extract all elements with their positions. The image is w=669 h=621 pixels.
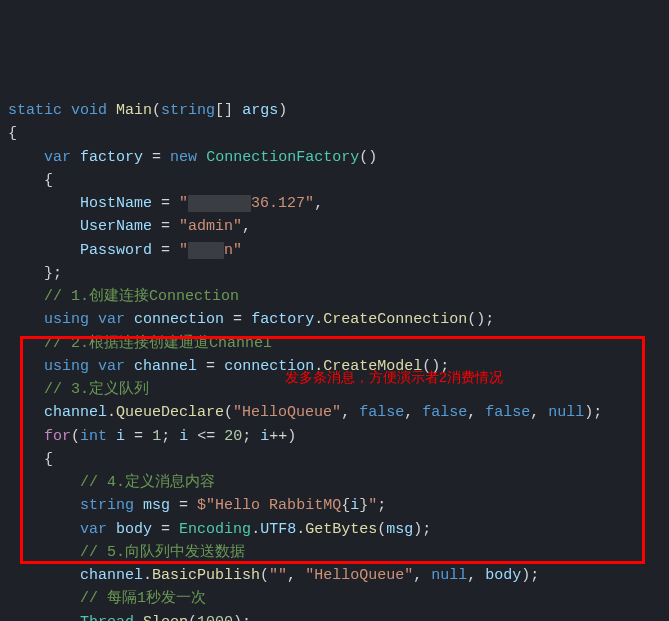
method-getbytes: GetBytes (305, 521, 377, 538)
var-factory: factory (80, 149, 143, 166)
kw-void: void (71, 102, 107, 119)
comment-5: // 5.向队列中发送数据 (80, 544, 245, 561)
kw-static: static (8, 102, 62, 119)
comment-3: // 3.定义队列 (44, 381, 149, 398)
kw-string2: string (80, 497, 134, 514)
str-host-pre: " (179, 195, 188, 212)
kw-for: for (44, 428, 71, 445)
var-channel: channel (134, 358, 197, 375)
var-i: i (116, 428, 125, 445)
prop-hostname: HostName (80, 195, 152, 212)
comment-4: // 4.定义消息内容 (80, 474, 215, 491)
str-pass-post: n" (224, 242, 242, 259)
censored-host: XXXXXXX (188, 195, 251, 212)
var-body: body (116, 521, 152, 538)
var-msg: msg (143, 497, 170, 514)
kw-string: string (161, 102, 215, 119)
prop-utf8: UTF8 (260, 521, 296, 538)
str-pass-pre: " (179, 242, 188, 259)
var-connection: connection (134, 311, 224, 328)
str-helloqueue: "HelloQueue" (233, 404, 341, 421)
param-args: args (242, 102, 278, 119)
str-user: "admin" (179, 218, 242, 235)
annotation-text: 发多条消息，方便演示者2消费情况 (285, 367, 503, 389)
method-queuedeclare: QueueDeclare (116, 404, 224, 421)
kw-var: var (44, 149, 71, 166)
type-thread: Thread (80, 614, 134, 622)
type-connectionfactory: ConnectionFactory (206, 149, 359, 166)
comment-2: // 2.根据连接创建通道Channel (44, 335, 272, 352)
method-createconnection: CreateConnection (323, 311, 467, 328)
kw-using: using (44, 311, 89, 328)
code-block: static void Main(string[] args) { var fa… (8, 99, 661, 621)
prop-username: UserName (80, 218, 152, 235)
comment-6: // 每隔1秒发一次 (80, 590, 206, 607)
str-host-post: 36.127" (251, 195, 314, 212)
prop-password: Password (80, 242, 152, 259)
type-encoding: Encoding (179, 521, 251, 538)
censored-pass: XXXX (188, 242, 224, 259)
kw-new: new (170, 149, 197, 166)
method-main: Main (116, 102, 152, 119)
comment-1: // 1.创建连接Connection (44, 288, 239, 305)
method-basicpublish: BasicPublish (152, 567, 260, 584)
method-sleep: Sleep (143, 614, 188, 622)
kw-int: int (80, 428, 107, 445)
